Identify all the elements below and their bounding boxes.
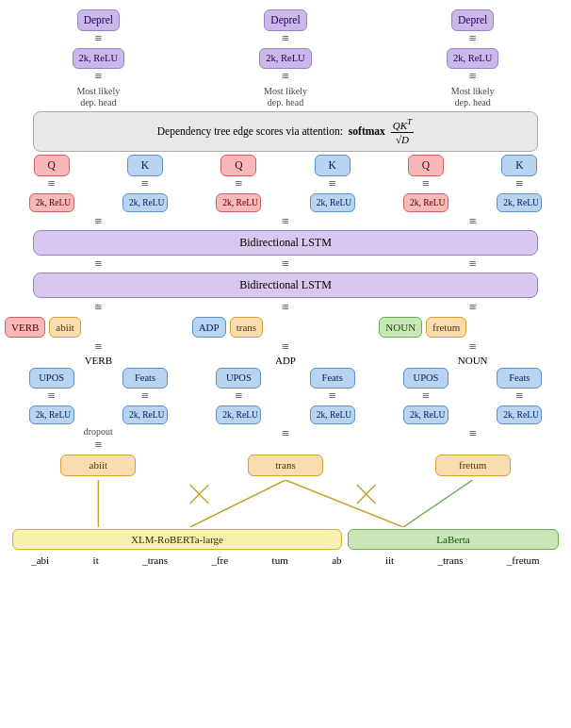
qk-fraction: QKT √D: [391, 117, 414, 146]
token-tum: tum: [272, 554, 288, 566]
relu-upos-2: 2k, ReLU: [216, 405, 261, 424]
pos-verb-tag: VERB: [5, 317, 45, 338]
pos-adp-tag: ADP: [192, 317, 226, 338]
word-abiit-box: abiit: [49, 317, 81, 338]
eq-after-lstm2: ≡ ≡ ≡: [5, 300, 566, 315]
feats-box-1: Feats: [122, 368, 168, 389]
laberta-box: LaBerta: [348, 529, 559, 550]
word-box-trans: trans: [248, 455, 323, 475]
lstm2-label: Bidirectional LSTM: [239, 278, 332, 291]
relu-feats-2: 2k, ReLU: [310, 405, 355, 424]
feats-box-3: Feats: [497, 368, 542, 389]
eq-3: ≡: [469, 32, 477, 45]
eq-before-lstm1: ≡ ≡ ≡: [5, 214, 566, 229]
eq-4: ≡: [94, 70, 102, 83]
relu-q3: 2k, ReLU: [403, 193, 449, 212]
eq-k1: ≡: [141, 177, 149, 190]
lstm2-box: Bidirectional LSTM: [33, 273, 538, 298]
k-box-2: K: [315, 155, 351, 176]
eq-do3: ≡: [469, 427, 477, 440]
svg-line-7: [357, 485, 376, 504]
connection-lines: [5, 480, 566, 527]
eq-uf4: ≡: [329, 389, 336, 403]
relu-top-1: 2k, ReLU: [73, 48, 124, 69]
xlm-box: XLM-RoBERTa-large: [12, 529, 342, 550]
token-abi: _abi: [31, 554, 49, 566]
dropout-label: dropout: [84, 426, 113, 438]
relu-upos-row: 2k, ReLU 2k, ReLU 2k, ReLU 2k, ReLU 2k, …: [5, 405, 566, 424]
token-fretum: _fretum: [507, 554, 540, 566]
eq-1: ≡: [94, 32, 102, 45]
lstm1-label: Bidirectional LSTM: [239, 236, 332, 249]
svg-line-2: [286, 480, 403, 527]
word-trans-box: trans: [230, 317, 263, 338]
architecture-diagram: Deprel ≡ Deprel ≡ Deprel ≡ 2k, ReLU ≡ 2k…: [0, 0, 571, 575]
deprel-box-1: Deprel: [77, 9, 120, 31]
bottom-tokens-row: _abi it _trans _fre tum ab iit _trans _f…: [5, 554, 566, 566]
relu-k1: 2k, ReLU: [122, 193, 168, 212]
eq-bl1: ≡: [94, 215, 102, 228]
word-fretum-box: fretum: [426, 317, 466, 338]
attention-label: Dependency tree edge scores via attentio…: [157, 124, 343, 139]
pos-labels-row: ≡ VERB ≡ ADP ≡ NOUN: [5, 339, 566, 366]
upos-feats-row: UPOS ≡ Feats ≡ UPOS ≡ Feats ≡ UPOS ≡ Fea…: [5, 368, 566, 404]
softmax-formula: softmax: [349, 124, 385, 139]
eq-m2: ≡: [282, 257, 289, 271]
relu-feats-1: 2k, ReLU: [122, 405, 168, 424]
relu-qk-row: 2k, ReLU 2k, ReLU 2k, ReLU 2k, ReLU 2k, …: [5, 193, 566, 212]
word-box-fretum: fretum: [435, 455, 511, 475]
svg-line-1: [190, 480, 286, 527]
svg-line-6: [357, 485, 376, 504]
pos-verb-label: VERB: [85, 355, 112, 366]
svg-line-5: [190, 485, 209, 504]
eq-k2: ≡: [329, 177, 336, 190]
most-likely-3: Most likelydep. head: [451, 86, 495, 108]
eq-uf1: ≡: [48, 389, 56, 403]
token-fre: _fre: [211, 554, 228, 566]
relu-k3: 2k, ReLU: [497, 193, 542, 212]
eq-uf2: ≡: [141, 389, 149, 403]
relu-top-3: 2k, ReLU: [447, 48, 498, 69]
feats-box-2: Feats: [310, 368, 355, 389]
deprel-box-3: Deprel: [451, 9, 494, 31]
svg-line-3: [403, 480, 473, 527]
lstm1-box: Bidirectional LSTM: [33, 230, 538, 256]
token-trans2: _trans: [438, 554, 464, 566]
eq-uf5: ≡: [422, 389, 430, 403]
k-box-1: K: [127, 155, 163, 176]
token-iit: iit: [385, 554, 394, 566]
q-box-3: Q: [408, 155, 444, 176]
eq-do1: ≡: [94, 438, 102, 452]
word-box-abiit: abiit: [60, 455, 136, 475]
eq-al1: ≡: [94, 301, 102, 314]
dropout-row: dropout ≡ ≡ ≡: [5, 426, 566, 453]
lstm1-row: Bidirectional LSTM: [5, 230, 566, 256]
attention-box: Dependency tree edge scores via attentio…: [33, 111, 538, 152]
eq-q2: ≡: [235, 177, 242, 190]
relu-top-row: 2k, ReLU ≡ 2k, ReLU ≡ 2k, ReLU ≡: [5, 48, 566, 84]
most-likely-1: Most likelydep. head: [76, 86, 120, 108]
eq-pl3: ≡: [469, 340, 477, 354]
relu-top-2: 2k, ReLU: [259, 48, 311, 69]
eq-q1: ≡: [48, 177, 56, 190]
qk-row: Q ≡ K ≡ Q ≡ K ≡ Q ≡ K ≡: [5, 155, 566, 191]
eq-5: ≡: [282, 70, 289, 83]
eq-al3: ≡: [469, 301, 477, 314]
deprel-row: Deprel ≡ Deprel ≡ Deprel ≡: [5, 9, 566, 46]
relu-q1: 2k, ReLU: [29, 193, 74, 212]
upos-box-1: UPOS: [29, 368, 74, 389]
eq-al2: ≡: [282, 301, 289, 314]
eq-uf6: ≡: [515, 389, 523, 403]
relu-q2: 2k, ReLU: [216, 193, 261, 212]
pos-adp-label: ADP: [275, 355, 296, 366]
upos-box-3: UPOS: [403, 368, 449, 389]
eq-6: ≡: [469, 70, 477, 83]
most-likely-row: Most likelydep. head Most likelydep. hea…: [5, 86, 566, 108]
eq-pl1: ≡: [94, 340, 102, 354]
eq-do2: ≡: [282, 427, 289, 440]
eq-bl2: ≡: [282, 215, 289, 228]
eq-uf3: ≡: [235, 389, 242, 403]
eq-bl3: ≡: [469, 215, 477, 228]
eq-m3: ≡: [469, 257, 477, 271]
eq-m1: ≡: [94, 257, 102, 271]
